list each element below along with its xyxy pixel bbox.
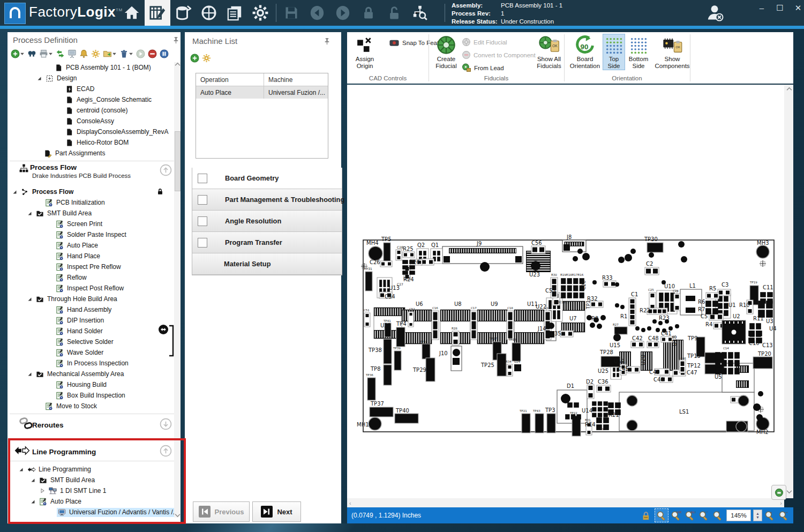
tree-item-in-process-inspection[interactable]: In Process Inspection [7,358,174,369]
gear-icon[interactable] [91,49,100,58]
export-icon[interactable] [103,49,117,58]
tab-part-management-troubleshooting[interactable]: Part Management & Troubleshooting [192,189,342,211]
tree-item-solder-paste-inspect[interactable]: Solder Paste Inspect [7,229,174,240]
zoom-level-spinner[interactable]: ▲▼ [753,509,762,521]
tree-item-helico-rotor-bom[interactable]: Helico-Rotor BOM [7,137,174,148]
pause-icon[interactable] [160,49,169,58]
previous-button[interactable]: Previous [193,501,250,522]
tree-item-housing-build[interactable]: Housing Build [7,379,174,390]
close-button[interactable]: ✕ [793,3,803,13]
expanded-expander-icon[interactable] [36,76,43,81]
tree-item-smt-build-area[interactable]: SMT Build Area [7,475,174,485]
minimize-button[interactable]: – [756,3,767,13]
tab-program-transfer[interactable]: Program Transfer [192,232,342,253]
save-icon[interactable] [279,0,304,26]
find-icon[interactable] [27,49,36,58]
tree-item-screen-print[interactable]: Screen Print [7,219,174,229]
scroll-up-icon[interactable] [175,62,181,66]
sync-icon[interactable] [56,49,65,58]
tab-checkbox[interactable] [198,216,207,226]
show-components-button[interactable]: OK Show Components [653,34,691,70]
tree-item-move-to-stock[interactable]: Move to Stock [7,401,174,411]
tab-material-setup[interactable]: Material Setup [192,253,342,275]
bottom-side-button[interactable]: Bottom Side [626,34,651,70]
add-icon[interactable] [190,54,199,63]
gear-icon[interactable] [202,54,211,63]
expanded-expander-icon[interactable] [18,467,25,472]
scroll-left-icon[interactable]: ‹ [349,500,351,506]
tree-item-consoleassy[interactable]: ConsoleAssy [7,116,174,126]
user-icon[interactable] [705,3,724,23]
presentation-icon[interactable] [67,49,77,58]
tree-item-reflow[interactable]: Reflow [7,272,174,283]
collapse-down-icon[interactable] [160,418,172,430]
tree-item-process-flow[interactable]: Process Flow [7,186,174,197]
collapsed-expander-icon[interactable] [40,488,46,493]
tree-item-1-di-smt-line-1[interactable]: 1 DI SMT Line 1 [7,485,174,496]
tree-item-centroid-console[interactable]: centroid (console) [7,105,174,116]
alert-icon[interactable] [79,49,88,58]
zoom-level-value[interactable]: 145% [726,509,751,521]
tree-item-universal-fuzion-advantis-vantis[interactable]: Universal Fuzion / Advantis / Vantis /..… [7,507,174,518]
zoom-in-fast-icon[interactable]: ++ [777,509,790,522]
expanded-expander-icon[interactable] [27,296,33,302]
expanded-expander-icon[interactable] [30,477,36,483]
tree-item-part-assignments[interactable]: Part Assignments [7,148,174,159]
zoom-out-icon[interactable]: −− [697,509,710,522]
tree-item-selective-solder[interactable]: Selective Solder [7,336,174,347]
convert-to-component-button[interactable]: Convert to Component [462,50,536,59]
scroll-down-icon[interactable] [175,513,181,518]
expanded-expander-icon[interactable] [12,189,18,194]
lock-icon[interactable] [356,0,381,26]
tree-item-pcb-initialization[interactable]: PCB Initialization [7,197,174,208]
delete-icon[interactable] [119,49,133,58]
tab-board-geometry[interactable]: Board Geometry [192,168,342,189]
tree-item-aegis-console-schematic[interactable]: Aegis_Console Schematic [7,94,174,105]
collapse-up-icon[interactable] [160,164,172,176]
vertical-scrollbar[interactable] [784,85,793,498]
audit-search-icon[interactable] [407,0,433,26]
zoom-out-alt-icon[interactable]: − [711,509,724,522]
cad-viewer-icon[interactable] [196,0,222,26]
board-orientation-button[interactable]: 90 Board Orientation [568,34,602,70]
tab-angle-resolution[interactable]: Angle Resolution [192,211,342,232]
unlock-icon[interactable] [381,0,407,26]
top-side-button[interactable]: Top Side [603,34,625,70]
tree-item-ecad[interactable]: ECAD [7,84,174,94]
tree-item-inspect-pre-reflow[interactable]: Inspect Pre Reflow [7,261,174,272]
tree-item-hand-solder[interactable]: Hand Solder [7,326,174,336]
expanded-expander-icon[interactable] [27,371,33,377]
pan-lock-icon[interactable] [641,509,653,522]
column-header-operation[interactable]: Operation [196,73,264,86]
scroll-down-icon[interactable] [786,490,792,494]
pin-icon[interactable] [323,38,331,46]
left-panel-scrollbar[interactable] [174,62,181,518]
column-header-machine[interactable]: Machine [264,73,328,86]
tree-item-line-programming[interactable]: Line Programming [7,464,174,475]
tree-item-hand-place[interactable]: Hand Place [7,251,174,261]
machine-row[interactable]: Auto PlaceUniversal Fuzion /... [196,86,328,99]
production-icon[interactable] [170,0,196,26]
pin-icon[interactable] [172,36,180,44]
show-all-fiducials-button[interactable]: OK Show All Fiducials [534,34,565,70]
pcb-viewport[interactable]: MH4TP5C28R25Q2Q1J9R26C26R24C27TP31U13C34… [347,85,784,498]
tree-item-displayconsoleassembly-reva[interactable]: DisplayConsoleAssembly_RevA [7,126,174,137]
collapse-up-icon[interactable] [160,445,172,457]
zoom-in-icon[interactable]: + [763,509,776,522]
expanded-expander-icon[interactable] [30,499,36,504]
tab-checkbox[interactable] [198,174,207,183]
forward-icon[interactable] [330,0,356,26]
go-icon[interactable] [136,49,145,58]
tree-item-auto-place[interactable]: Auto Place [7,240,174,251]
next-button[interactable]: Next [252,501,301,522]
tree-item-mechanical-assembly-area[interactable]: Mechanical Assembly Area [7,369,174,379]
assign-origin-button[interactable]: Assign Origin [349,34,380,70]
scroll-up-icon[interactable] [786,87,792,91]
design-icon[interactable] [145,0,170,26]
edit-fiducial-button[interactable]: Edit Fiducial [462,38,507,47]
zoom-100-icon[interactable]: 100 [670,509,682,522]
create-fiducial-button[interactable]: Create Fiducial [432,34,461,70]
tree-item-through-hole-build-area[interactable]: Through Hole Build Area [7,294,174,304]
back-icon[interactable] [304,0,330,26]
tree-item-dip-insertion[interactable]: DIP Insertion [7,315,174,326]
